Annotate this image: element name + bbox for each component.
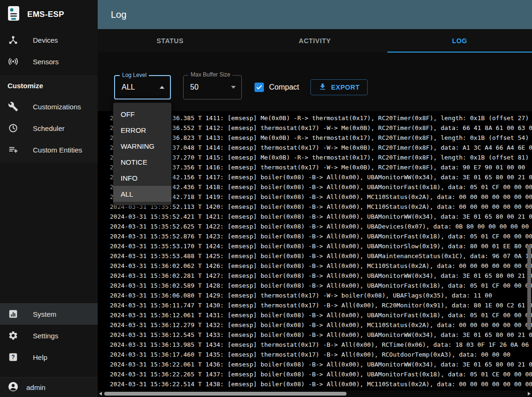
menu-item-notice[interactable]: NOTICE [113,154,171,170]
max-buffer-select[interactable]: Max Buffer Size 50 [183,75,242,99]
horizontal-scrollbar[interactable] [104,392,347,396]
log-line: 2024-03-31 15:36:06.080 T 1429: [emsesp]… [110,290,532,300]
sidebar-item-scheduler[interactable]: Scheduler [0,117,98,139]
menu-item-error[interactable]: ERROR [113,122,171,138]
ems-esp-logo-icon [8,6,20,23]
menu-item-all[interactable]: ALL [113,186,171,202]
menu-item-off[interactable]: OFF [113,106,171,122]
help-icon: ? [8,352,19,362]
chevron-up-icon [160,86,164,89]
sidebar-item-system[interactable]: System [0,303,98,325]
app-title: EMS-ESP [27,10,64,19]
menu-item-warning[interactable]: WARNING [113,138,171,154]
sidebar-user[interactable]: admin [0,377,98,397]
log-line: 2024-03-31 15:36:22.061 T 1436: [emsesp]… [110,359,532,369]
log-line: 2024-03-31 15:35:36.552 T 1412: [emsesp]… [110,123,532,133]
sidebar-item-sensors[interactable]: Sensors [0,51,98,72]
tab-status[interactable]: STATUS [98,29,242,53]
account-circle-icon [8,381,19,394]
sidebar-item-help[interactable]: ? Help [0,346,98,368]
tab-bar: STATUS ACTIVITY LOG [98,29,532,53]
sidebar-bottom-group: System Settings ? Help [0,303,98,377]
checkbox-checked-icon [254,83,264,92]
log-line: 2024-03-31 15:35:52.113 T 1420: [emsesp]… [110,202,532,212]
log-line: 2024-03-31 15:35:52.876 T 1423: [emsesp]… [110,231,532,241]
log-line: 2024-03-31 15:35:42.156 T 1417: [emsesp]… [110,172,532,182]
devices-hub-icon [8,35,19,45]
page-title: Log [111,9,126,20]
log-level-label: Log Level [120,72,149,78]
log-line: 2024-03-31 15:36:17.460 T 1435: [emsesp]… [110,350,532,359]
log-line: 2024-03-31 15:35:37.048 T 1414: [emsesp]… [110,143,532,153]
log-line: 2024-03-31 15:36:12.545 T 1433: [emsesp]… [110,330,532,340]
chevron-down-icon [231,86,236,89]
log-line: 2024-03-31 15:35:37.356 T 1416: [emsesp]… [110,162,532,172]
log-line: 2024-03-31 15:35:37.270 T 1415: [emsesp]… [110,153,532,162]
sidebar-item-label: Customizations [33,103,81,111]
max-buffer-value: 50 [190,83,231,92]
horizontal-scrollbar-track [98,390,532,397]
export-label: EXPORT [331,84,360,91]
log-line: 2024-03-31 15:36:02.062 T 1426: [emsesp]… [110,261,532,271]
sidebar: EMS-ESP Devices Sensors Customize Custom… [0,0,98,397]
log-line: 2024-03-31 15:36:11.747 T 1430: [emsesp]… [110,300,532,310]
scroll-right-icon[interactable] [528,392,531,396]
sidebar-customize-group: Customize Customizations Scheduler Custo… [0,75,98,162]
sidebar-item-label: Scheduler [33,124,65,132]
max-buffer-label: Max Buffer Size [188,71,232,78]
sidebar-item-label: Sensors [33,58,59,66]
log-line: 2024-03-31 15:35:36.823 T 1413: [emsesp]… [110,133,532,143]
user-name: admin [26,383,46,391]
log-line: 2024-03-31 15:35:52.421 T 1421: [emsesp]… [110,212,532,221]
log-level-select[interactable]: Log Level ALL [114,75,171,99]
download-icon [318,83,327,92]
sidebar-item-settings[interactable]: Settings [0,325,98,346]
sidebar-item-custom-entities[interactable]: Custom Entities [0,139,98,160]
log-line: 2024-03-31 15:36:13.985 T 1434: [emsesp]… [110,340,532,350]
sidebar-spacer [0,162,98,303]
clock-icon [8,123,19,133]
log-line: 2024-03-31 15:35:42.436 T 1418: [emsesp]… [110,182,532,192]
sidebar-header: EMS-ESP [0,0,98,29]
log-line: 2024-03-31 15:36:02.589 T 1428: [emsesp]… [110,281,532,290]
log-line: 2024-03-31 15:35:52.625 T 1422: [emsesp]… [110,221,532,231]
log-line: 2024-03-31 15:36:22.514 T 1438: [emsesp]… [110,379,532,389]
log-line: 2024-03-31 15:35:42.718 T 1419: [emsesp]… [110,192,532,202]
analytics-icon [8,309,19,319]
sensors-icon [8,56,19,67]
ems-esp-app: EMS-ESP Devices Sensors Customize Custom… [0,0,532,397]
vertical-scrollbar[interactable] [527,245,531,330]
log-line: 2024-03-31 15:36:02.281 T 1427: [emsesp]… [110,271,532,281]
sidebar-item-customizations[interactable]: Customizations [0,96,98,117]
sidebar-item-devices[interactable]: Devices [0,29,98,51]
sidebar-section-customize: Customize [0,75,98,96]
log-line: 2024-03-31 15:36:22.265 T 1437: [emsesp]… [110,369,532,379]
export-button[interactable]: EXPORT [310,79,368,95]
log-level-value: ALL [122,83,160,92]
log-line: 2024-03-31 15:36:12.061 T 1431: [emsesp]… [110,310,532,320]
playlist-add-icon [8,145,19,155]
sidebar-item-label: Custom Entities [33,146,82,154]
sidebar-item-label: Settings [33,332,58,340]
compact-checkbox[interactable]: Compact [254,83,299,92]
sidebar-item-label: Devices [33,36,58,44]
compact-label: Compact [269,83,299,92]
sidebar-item-label: Help [33,353,47,361]
svg-text:?: ? [11,354,15,360]
tab-log[interactable]: LOG [387,29,532,53]
log-line: 2024-03-31 15:35:36.385 T 1411: [emsesp]… [110,113,532,123]
log-level-menu: OFF ERROR WARNING NOTICE INFO ALL [113,103,171,205]
sidebar-item-label: System [33,310,56,318]
menu-item-info[interactable]: INFO [113,170,171,186]
scroll-left-icon[interactable] [99,392,102,396]
app-bar: Log [98,0,532,29]
wrench-icon [8,101,19,112]
log-line: 2024-03-31 15:35:53.170 T 1424: [emsesp]… [110,241,532,251]
gear-icon [8,330,19,341]
log-line: 2024-03-31 15:35:53.488 T 1425: [emsesp]… [110,251,532,261]
tab-activity[interactable]: ACTIVITY [242,29,387,53]
log-line: 2024-03-31 15:36:12.279 T 1432: [emsesp]… [110,320,532,330]
